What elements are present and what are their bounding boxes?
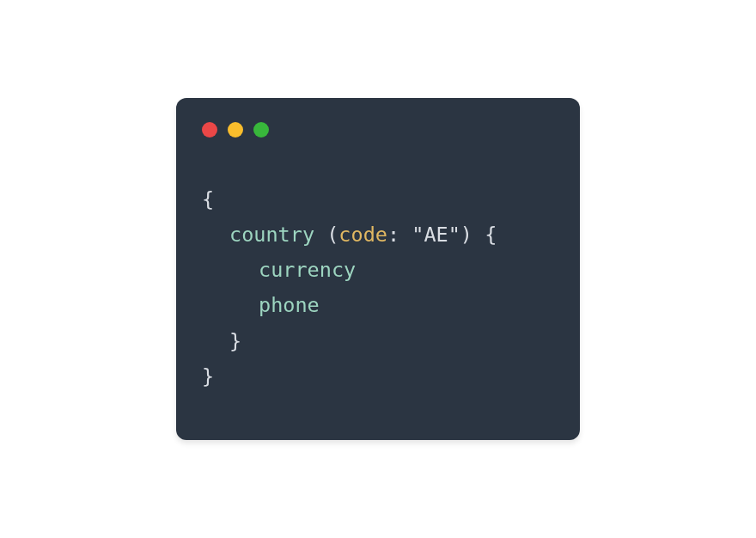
space	[399, 223, 412, 247]
maximize-icon[interactable]	[253, 122, 269, 138]
window-controls	[202, 122, 554, 138]
field-phone: phone	[259, 293, 320, 317]
colon: :	[387, 223, 399, 247]
space	[472, 223, 485, 247]
close-icon[interactable]	[202, 122, 217, 138]
arg-code: code	[338, 223, 387, 247]
code-block: {country (code: "AE") {currencyphone}}	[202, 182, 554, 394]
brace-open: {	[202, 187, 214, 211]
minimize-icon[interactable]	[228, 122, 243, 138]
field-country: country	[229, 223, 314, 247]
space	[314, 223, 326, 247]
inner-brace-close: }	[229, 329, 241, 353]
string-value: "AE"	[412, 223, 460, 247]
brace-close: }	[202, 364, 214, 388]
paren-close: )	[460, 223, 472, 247]
paren-open: (	[326, 223, 338, 247]
code-window: {country (code: "AE") {currencyphone}}	[176, 98, 580, 440]
field-currency: currency	[259, 258, 356, 282]
inner-brace-open: {	[485, 223, 497, 247]
